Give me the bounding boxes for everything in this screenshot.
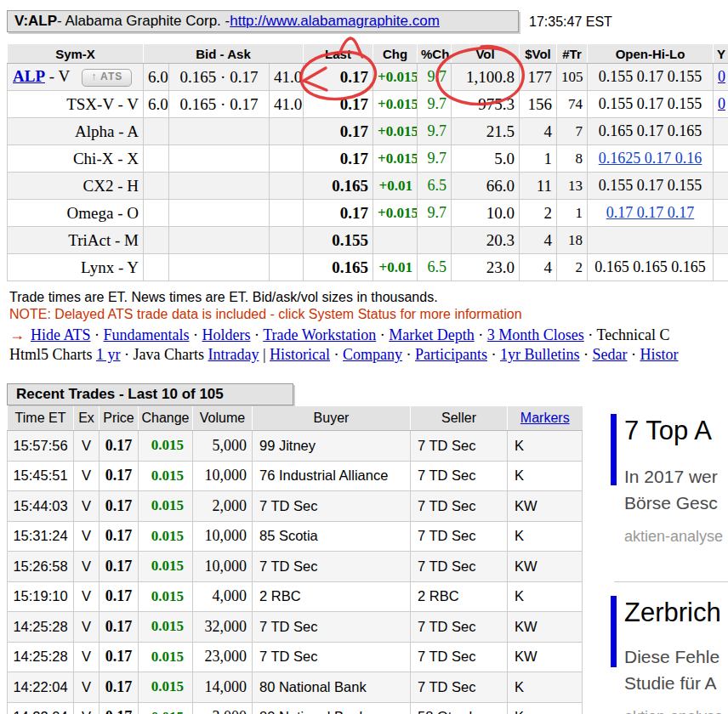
article2-teaser-line1: Diese Fehle [624,643,719,670]
trade-time-cell: 15:45:51 [8,461,74,491]
quote-row[interactable]: ALP - V↑ ATS 6.0 0.165 · 0.17 41.0 0.17 … [8,64,728,91]
volume-cell: 10.0 [452,200,520,227]
symbol-link[interactable]: ALP [13,67,45,85]
exchange-cell: Chi-X - X [8,145,144,173]
nav-link: · [251,326,264,343]
trade-volume-cell: 32,000 [193,612,253,643]
change-cell: +0.015 [373,145,418,173]
trade-change-cell: 0.015 [139,461,193,491]
trade-markers-cell: KW [508,642,583,672]
nav-link: · [402,346,415,363]
nav-link[interactable]: Holders [202,326,251,343]
trade-price-cell: 0.17 [100,431,139,462]
last-price-cell: 0.17 [304,145,373,173]
nav-link[interactable]: Historical [270,346,330,363]
trade-seller-cell: 7 TD Sec [411,642,508,672]
trade-exchange-cell: V [74,672,100,703]
article1-accent-bar [611,414,617,485]
nav-link[interactable]: Company [343,346,402,363]
nav-link[interactable]: Market Depth [389,326,474,343]
nav-link[interactable]: 1yr Bulletins [500,346,580,363]
bid-ask-cell [169,118,270,145]
exchange-label: Chi-X - X [73,150,139,167]
symbol-label: V:ALP [14,13,57,30]
num-trades-cell: 2 [557,254,588,281]
open-hi-lo-cell[interactable]: 0.17 0.17 0.17 [588,200,714,227]
nav-link[interactable]: Trade Workstation [263,326,376,343]
nav-link: Html5 Charts [9,346,96,363]
trade-time-cell: 14:22:04 [8,672,74,703]
trade-buyer-cell: 7 TD Sec [253,612,411,643]
bid-ask-cell: 0.165 · 0.17 [169,91,270,118]
trade-times-note: Trade times are ET. News times are ET. B… [9,290,438,305]
nav-link[interactable]: Fundamentals [104,326,190,343]
open-hi-lo-cell: 0.155 0.17 0.155 [588,173,714,200]
article1-teaser: In 2017 wer Börse Gesc [624,463,718,516]
percent-change-cell: 9.7 [418,200,452,227]
exchange-label: CX2 - H [83,177,139,195]
trade-row: 14:22:04 V 0.17 0.015 3,000 80 National … [8,702,583,714]
ask-size-cell [270,227,304,254]
ask-size-cell: 41.0 [270,64,304,91]
nav-link[interactable]: 1 yr [96,346,121,363]
bid-ask-cell: 0.165 · 0.17 [169,64,270,91]
trade-change-cell: 0.015 [139,642,193,672]
col-time-et: Time ET [8,406,74,431]
nav-link[interactable]: Histor [640,346,679,363]
year-hi-lo-link-clipped[interactable]: 0 [718,68,725,85]
ask-size-cell [270,254,304,281]
delayed-ats-note: NOTE: Delayed ATS trade data is included… [9,307,522,322]
nav-link[interactable]: Hide ATS [31,326,91,343]
change-cell: +0.01 [373,173,418,200]
bid-size-cell [144,145,169,173]
nav-link: · [628,346,640,363]
col-buyer: Buyer [253,406,411,431]
trades-table-body: 15:57:56 V 0.17 0.015 5,000 99 Jitney 7 … [8,431,583,714]
year-hi-lo-cell: 0 [714,91,728,118]
article2-headline[interactable]: Zerbrich [624,598,721,628]
nav-link: · [91,326,104,343]
nav-link[interactable]: Intraday [208,346,259,363]
col-open-hi-lo: Open-Hi-Lo [588,44,714,64]
change-cell: +0.01 [373,254,418,281]
num-trades-cell: 105 [557,64,588,91]
volume-cell: 1,100.8 [452,64,520,91]
company-label: - Alabama Graphite Corp. - [57,13,230,30]
bid-ask-cell [169,173,270,200]
col-dollar-vol: $Vol [520,44,557,64]
trade-row: 15:19:10 V 0.17 0.015 4,000 2 RBC 2 RBC … [8,581,583,612]
nav-link: · [190,326,202,343]
open-hi-lo-cell[interactable]: 0.1625 0.17 0.16 [588,145,714,173]
last-price-cell: 0.17 [304,118,373,145]
col-vol: Vol [452,44,520,64]
nav-link[interactable]: Participants [415,346,487,363]
exchange-label: Omega - O [67,204,139,222]
dollar-volume-cell: 11 [520,173,557,200]
nav-link: · [330,346,343,363]
company-url-link[interactable]: http://www.alabamagraphite.com [230,13,440,30]
nav-link[interactable]: Sedar [593,346,628,363]
trade-seller-cell: 2 RBC [411,581,508,612]
year-hi-lo-link-clipped[interactable]: 0 [718,95,725,112]
trade-time-cell: 14:22:04 [8,702,74,714]
ats-toggle-button[interactable]: ↑ ATS [82,69,132,87]
exchange-cell: CX2 - H [8,173,144,200]
markers-link[interactable]: Markers [520,411,570,425]
dollar-volume-cell: 4 [520,118,557,145]
trade-volume-cell: 14,000 [193,672,253,703]
exchange-cell: Omega - O [8,200,144,227]
nav-links-line1: →Hide ATS · Fundamentals · Holders · Tra… [9,326,670,344]
last-price-cell: 0.17 [304,200,373,227]
trade-time-cell: 15:31:24 [8,521,74,552]
bid-size-cell: 6.0 [144,64,169,91]
change-cell: +0.015 [373,118,418,145]
trade-time-cell: 15:57:56 [8,431,74,462]
article1-headline[interactable]: 7 Top A [624,416,712,446]
nav-link[interactable]: 3 Month Closes [487,326,584,343]
trade-buyer-cell: 7 TD Sec [253,491,411,522]
page: V:ALP - Alabama Graphite Corp. - http://… [0,0,728,714]
dollar-volume-cell: 4 [520,254,557,281]
trade-change-cell: 0.015 [139,672,193,703]
trade-change-cell: 0.015 [139,491,193,522]
trade-volume-cell: 4,000 [193,581,253,612]
